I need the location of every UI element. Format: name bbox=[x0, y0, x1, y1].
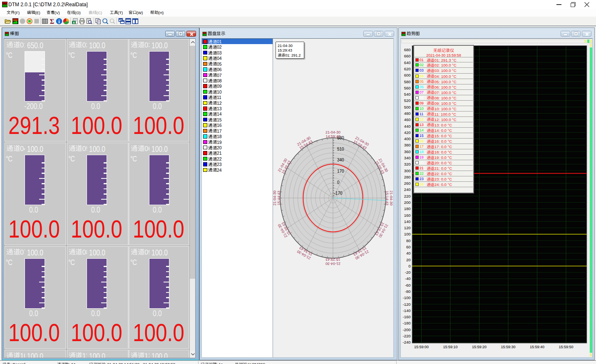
svg-text:360: 360 bbox=[404, 149, 411, 154]
svg-text:Σ: Σ bbox=[50, 18, 54, 25]
svg-text:220: 220 bbox=[404, 194, 411, 198]
svg-text:15:44:43: 15:44:43 bbox=[277, 191, 281, 205]
svg-text:-200: -200 bbox=[402, 327, 410, 332]
svg-text:320: 320 bbox=[404, 162, 411, 166]
svg-text:0: 0 bbox=[337, 180, 340, 185]
svg-text:-220: -220 bbox=[402, 334, 410, 338]
svg-text:340: 340 bbox=[404, 156, 411, 160]
svg-text:-180: -180 bbox=[402, 321, 410, 325]
svg-text:660: 660 bbox=[404, 54, 411, 58]
svg-text:-60: -60 bbox=[405, 283, 411, 287]
svg-text:240: 240 bbox=[404, 187, 411, 192]
svg-text:100: 100 bbox=[404, 232, 411, 236]
svg-text:340: 340 bbox=[337, 158, 344, 162]
svg-text:600: 600 bbox=[404, 73, 411, 77]
svg-text:300: 300 bbox=[404, 168, 411, 173]
svg-text:21-04-30: 21-04-30 bbox=[389, 191, 393, 206]
svg-text:21-04-30: 21-04-30 bbox=[273, 191, 277, 206]
svg-text:560: 560 bbox=[404, 86, 411, 90]
svg-text:60: 60 bbox=[406, 245, 411, 249]
svg-text:680: 680 bbox=[404, 47, 411, 52]
svg-text:-140: -140 bbox=[402, 308, 410, 313]
svg-text:15:59:30: 15:59:30 bbox=[501, 345, 515, 349]
svg-text:15:14:43: 15:14:43 bbox=[385, 191, 389, 205]
svg-text:-40: -40 bbox=[405, 276, 411, 281]
svg-text:380: 380 bbox=[404, 143, 411, 147]
svg-text:580: 580 bbox=[404, 79, 411, 84]
svg-text:0: 0 bbox=[408, 264, 410, 268]
svg-text:200: 200 bbox=[404, 200, 411, 205]
svg-text:14:59:43: 14:59:43 bbox=[325, 134, 340, 139]
svg-text:-80: -80 bbox=[405, 289, 411, 294]
svg-text:160: 160 bbox=[404, 213, 411, 218]
svg-text:-160: -160 bbox=[402, 314, 410, 319]
svg-text:40: 40 bbox=[406, 251, 411, 255]
svg-text:X: X bbox=[73, 21, 75, 25]
svg-text:460: 460 bbox=[404, 117, 411, 122]
svg-text:21-04-30: 21-04-30 bbox=[325, 130, 340, 134]
svg-text:400: 400 bbox=[404, 136, 411, 141]
svg-text:480: 480 bbox=[404, 111, 411, 116]
svg-text:120: 120 bbox=[404, 225, 411, 230]
svg-text:15:29:43: 15:29:43 bbox=[325, 258, 340, 262]
svg-text:-120: -120 bbox=[402, 302, 410, 307]
svg-text:15:59:20: 15:59:20 bbox=[472, 345, 487, 349]
svg-text:620: 620 bbox=[404, 67, 411, 71]
svg-text:440: 440 bbox=[404, 124, 411, 129]
svg-text:-170: -170 bbox=[334, 191, 343, 196]
svg-text:15:59:40: 15:59:40 bbox=[530, 345, 544, 349]
svg-text:-100: -100 bbox=[402, 295, 410, 300]
svg-text:15:59:00: 15:59:00 bbox=[414, 345, 429, 349]
svg-text:80: 80 bbox=[406, 238, 411, 243]
svg-text:510: 510 bbox=[337, 147, 344, 151]
svg-text:520: 520 bbox=[404, 98, 411, 103]
svg-text:15:59:10: 15:59:10 bbox=[443, 345, 457, 349]
svg-text:15:59:50: 15:59:50 bbox=[559, 345, 573, 349]
svg-text:180: 180 bbox=[404, 206, 411, 211]
svg-text:-240: -240 bbox=[402, 340, 410, 344]
svg-text:-20: -20 bbox=[405, 270, 411, 275]
svg-text:140: 140 bbox=[404, 219, 411, 224]
svg-text:640: 640 bbox=[404, 60, 411, 65]
svg-text:20: 20 bbox=[406, 258, 411, 262]
svg-text:540: 540 bbox=[404, 92, 411, 97]
svg-text:500: 500 bbox=[404, 105, 411, 109]
svg-text:170: 170 bbox=[337, 169, 344, 173]
svg-text:260: 260 bbox=[404, 181, 411, 186]
svg-text:21-04-30: 21-04-30 bbox=[325, 262, 340, 266]
svg-text:420: 420 bbox=[404, 130, 411, 135]
svg-text:280: 280 bbox=[404, 175, 411, 179]
